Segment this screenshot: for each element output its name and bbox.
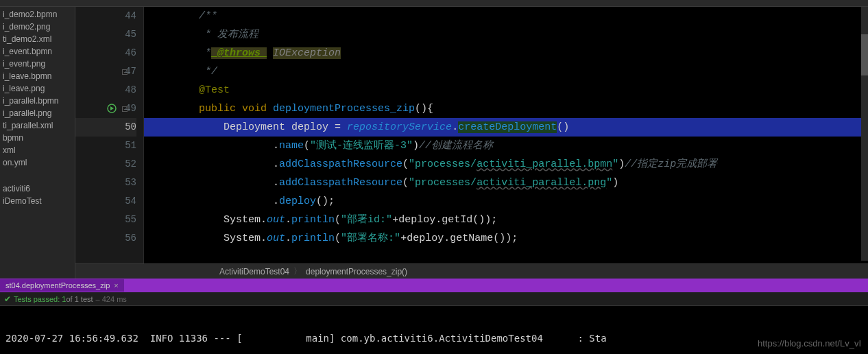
file-item[interactable]: iDemoTest bbox=[0, 195, 75, 207]
file-item[interactable]: i_demo2.bpmn bbox=[0, 8, 75, 21]
line-number-current[interactable]: 50 bbox=[75, 118, 136, 137]
breadcrumb-method[interactable]: deploymentProcesses_zip() bbox=[306, 267, 407, 276]
line-gutter[interactable]: 44 45 46 47 - 48 49 - 50 51 52 bbox=[75, 7, 144, 263]
file-item[interactable]: bpmn bbox=[0, 132, 75, 144]
run-tab-bar: st04.deploymentProcesses_zip × bbox=[0, 279, 868, 292]
run-test-icon[interactable] bbox=[107, 104, 117, 113]
scrollbar-thumb[interactable] bbox=[861, 34, 868, 75]
line-number[interactable]: 45 bbox=[75, 25, 136, 44]
editor-area: 44 45 46 47 - 48 49 - 50 51 52 bbox=[75, 7, 868, 279]
fold-icon[interactable]: - bbox=[122, 69, 128, 75]
tests-total: of 1 test bbox=[66, 295, 93, 303]
line-number[interactable]: 55 bbox=[75, 211, 136, 229]
current-line[interactable]: Deployment deploy = repositoryService.cr… bbox=[144, 118, 868, 137]
line-number[interactable]: 54 bbox=[75, 192, 136, 211]
file-item[interactable]: i_demo2.png bbox=[0, 21, 75, 33]
chevron-right-icon: 〉 bbox=[293, 266, 302, 277]
check-icon: ✔ bbox=[4, 294, 11, 304]
console-line: 2020-07-27 16:56:49.632 INFO 11336 --- [… bbox=[5, 331, 863, 346]
line-number[interactable]: 46 bbox=[75, 44, 136, 62]
file-item[interactable]: i_parallel.bpmn bbox=[0, 95, 75, 107]
fold-icon[interactable]: - bbox=[122, 106, 128, 112]
line-number[interactable]: 44 bbox=[75, 7, 136, 25]
console-output[interactable]: 2020-07-27 16:56:49.632 INFO 11336 --- [… bbox=[0, 306, 868, 354]
line-number[interactable]: 47 - bbox=[75, 62, 136, 81]
close-icon[interactable]: × bbox=[114, 281, 118, 290]
tests-passed-count: Tests passed: 1 bbox=[14, 295, 66, 303]
line-number[interactable]: 48 bbox=[75, 81, 136, 99]
line-number[interactable]: 49 - bbox=[75, 99, 136, 118]
line-number[interactable]: 52 bbox=[75, 155, 136, 174]
file-item[interactable]: xml bbox=[0, 144, 75, 156]
test-duration: – 424 ms bbox=[96, 295, 127, 303]
file-item[interactable]: on.yml bbox=[0, 156, 75, 169]
vertical-scrollbar[interactable] bbox=[861, 7, 868, 261]
file-item[interactable]: i_event.bpmn bbox=[0, 45, 75, 58]
test-status-bar: ✔ Tests passed: 1 of 1 test – 424 ms bbox=[0, 292, 868, 306]
file-item[interactable]: ti_demo2.xml bbox=[0, 33, 75, 45]
file-item[interactable]: activiti6 bbox=[0, 182, 75, 195]
run-config-tab[interactable]: st04.deploymentProcesses_zip × bbox=[0, 279, 124, 292]
code-body[interactable]: /** * 发布流程 * @throws IOException */ @Tes… bbox=[144, 7, 868, 263]
watermark: https://blog.csdn.net/Lv_vI bbox=[758, 338, 861, 349]
project-sidebar: i_demo2.bpmn i_demo2.png ti_demo2.xml i_… bbox=[0, 7, 75, 279]
line-number[interactable]: 56 bbox=[75, 229, 136, 248]
line-number[interactable]: 51 bbox=[75, 137, 136, 155]
breadcrumb-class[interactable]: ActivitiDemoTest04 bbox=[219, 267, 289, 276]
file-item[interactable]: ti_parallel.xml bbox=[0, 119, 75, 132]
file-item[interactable]: i_event.png bbox=[0, 58, 75, 70]
editor-tabs[interactable] bbox=[0, 0, 868, 7]
file-item[interactable]: i_leave.bpmn bbox=[0, 70, 75, 82]
file-item[interactable]: i_parallel.png bbox=[0, 107, 75, 119]
breadcrumb[interactable]: ActivitiDemoTest04 〉 deploymentProcesses… bbox=[75, 263, 868, 279]
line-number[interactable]: 53 bbox=[75, 174, 136, 192]
file-item[interactable]: i_leave.png bbox=[0, 82, 75, 95]
